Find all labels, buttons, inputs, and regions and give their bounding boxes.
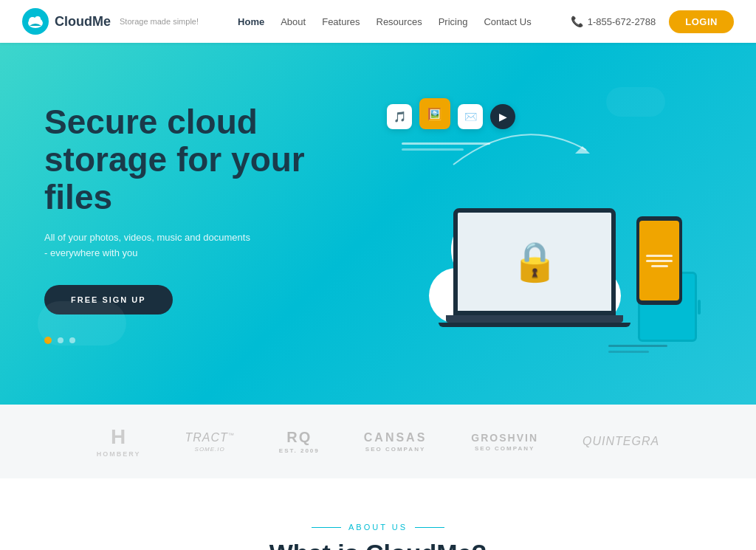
cloudme-logo-icon xyxy=(22,8,49,35)
bg-cloud-1 xyxy=(38,301,126,346)
brand-cansas: CANSAS SEO COMPANY xyxy=(364,431,427,453)
header-right: 📞 1-855-672-2788 LOGIN xyxy=(571,10,734,33)
laptop-screen-inner: 🔒 xyxy=(458,213,611,311)
brand-groshvin: GROSHVIN SEO COMPANY xyxy=(471,432,538,452)
brand-rq: RQ EST. 2009 xyxy=(279,429,320,454)
bottom-lines xyxy=(608,345,667,353)
brand-rq-sub: EST. 2009 xyxy=(279,447,320,454)
brand-groshvin-name: GROSHVIN xyxy=(471,432,538,444)
brand-h-sub: HOMBERY xyxy=(97,450,141,458)
hero-illustration: 🎵 🖼️ ✉️ ▶ xyxy=(357,83,712,364)
laptop: 🔒 xyxy=(453,208,616,327)
phone-area: 📞 1-855-672-2788 xyxy=(571,16,656,27)
laptop-base xyxy=(446,315,623,323)
lock-icon: 🔒 xyxy=(511,239,559,284)
svg-marker-4 xyxy=(575,146,590,154)
brand-cansas-name: CANSAS xyxy=(364,431,427,444)
brand-quintegra-name: Quintegra xyxy=(583,435,659,448)
brand-tract: tract™ some.io xyxy=(185,431,235,453)
nav-pricing[interactable]: Pricing xyxy=(439,16,468,27)
logo-tagline: Storage made simple! xyxy=(120,17,199,26)
brand-tract-name: tract™ xyxy=(185,431,235,444)
main-nav: Home About Features Resources Pricing Co… xyxy=(238,16,532,27)
nav-home[interactable]: Home xyxy=(238,16,264,27)
brand-tract-sub: some.io xyxy=(195,446,225,453)
brand-quintegra: Quintegra xyxy=(583,435,659,448)
header: CloudMe Storage made simple! Home About … xyxy=(0,0,756,43)
login-button[interactable]: LOGIN xyxy=(669,10,734,33)
phone-icon: 📞 xyxy=(571,16,583,27)
brand-h-letter: H xyxy=(111,425,126,449)
phone-line-1 xyxy=(646,255,673,257)
laptop-screen: 🔒 xyxy=(453,208,616,315)
about-section: ABOUT US What is CloudMe? xyxy=(0,478,756,550)
music-icon-badge: 🎵 xyxy=(387,104,412,129)
phone-line-3 xyxy=(651,265,668,267)
nav-resources[interactable]: Resources xyxy=(377,16,422,27)
tablet-button xyxy=(698,300,701,314)
phone-number: 1-855-672-2788 xyxy=(588,16,656,27)
laptop-bottom xyxy=(439,323,630,327)
nav-about[interactable]: About xyxy=(281,16,306,27)
brand-groshvin-sub: SEO COMPANY xyxy=(475,445,535,452)
about-heading: What is CloudMe? xyxy=(0,539,756,550)
phone-device xyxy=(636,216,682,305)
brand-hombery: H HOMBERY xyxy=(97,425,141,458)
logos-strip: H HOMBERY tract™ some.io RQ EST. 2009 CA… xyxy=(0,405,756,478)
svg-point-3 xyxy=(35,16,41,22)
logo-area: CloudMe Storage made simple! xyxy=(22,8,199,35)
nav-contact[interactable]: Contact Us xyxy=(484,16,531,27)
hero-subtext: All of your photos, videos, music and do… xyxy=(44,230,251,261)
brand-cansas-sub: SEO COMPANY xyxy=(365,446,425,453)
arrow-curve-svg xyxy=(446,106,594,179)
phone-screen xyxy=(639,221,679,300)
phone-line-2 xyxy=(646,260,673,262)
hero-heading: Secure cloud storage for your files xyxy=(44,103,325,216)
section-label: ABOUT US xyxy=(0,523,756,532)
hero-section: Secure cloud storage for your files All … xyxy=(0,43,756,405)
nav-features[interactable]: Features xyxy=(322,16,360,27)
brand-rq-name: RQ xyxy=(286,429,312,446)
logo-text: CloudMe xyxy=(55,14,111,30)
